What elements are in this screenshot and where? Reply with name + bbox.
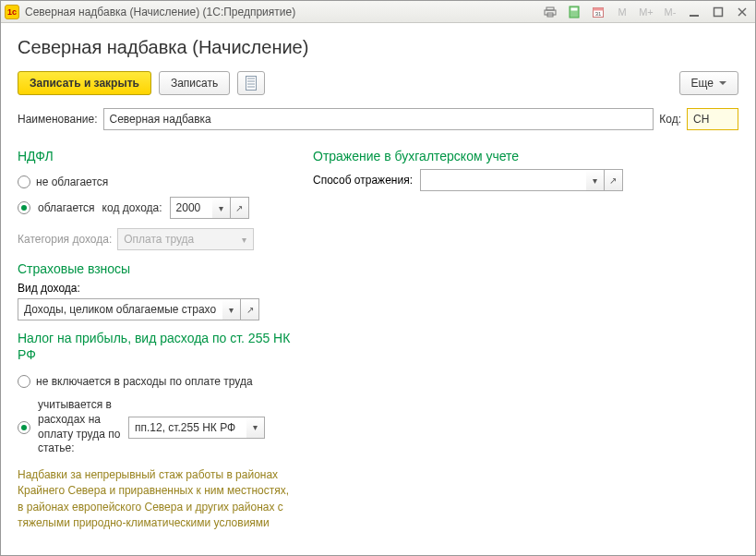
open-ref-icon[interactable]: ↗ xyxy=(231,197,249,219)
income-category-combo: ▾ xyxy=(117,228,254,250)
ndfl-heading: НДФЛ xyxy=(18,149,294,163)
article-combo: ▾ xyxy=(128,417,265,439)
insurance-kind-combo: ▾ ↗ xyxy=(18,298,259,320)
report-button[interactable] xyxy=(237,71,265,95)
profit-not-included-label: не включается в расходы по оплате труда xyxy=(36,375,253,388)
svg-rect-8 xyxy=(690,15,699,17)
app-window: 1c Северная надбавка (Начисление) (1С:Пр… xyxy=(0,0,756,556)
dropdown-icon[interactable]: ▾ xyxy=(222,298,241,320)
titlebar: 1c Северная надбавка (Начисление) (1С:Пр… xyxy=(1,1,755,23)
svg-text:31: 31 xyxy=(595,11,602,17)
save-and-close-button[interactable]: Записать и закрыть xyxy=(18,71,151,95)
radio-icon xyxy=(18,421,30,434)
content-area: Северная надбавка (Начисление) Записать … xyxy=(1,23,755,555)
accounting-method-input[interactable] xyxy=(420,169,586,191)
ndfl-taxed-label: облагается xyxy=(38,201,95,214)
more-button[interactable]: Еще xyxy=(679,71,738,95)
accounting-method-row: Способ отражения: ▾ ↗ xyxy=(313,169,738,191)
page-title: Северная надбавка (Начисление) xyxy=(18,37,738,58)
income-code-label: код дохода: xyxy=(102,201,162,214)
memory-m-icon[interactable]: M xyxy=(613,4,631,20)
code-label: Код: xyxy=(659,113,681,126)
accounting-heading: Отражение в бухгалтерском учете xyxy=(313,149,738,163)
radio-icon xyxy=(18,375,30,388)
window-title: Северная надбавка (Начисление) (1С:Предп… xyxy=(25,6,295,18)
income-category-label: Категория дохода: xyxy=(18,233,112,246)
name-input[interactable] xyxy=(103,108,654,130)
insurance-kind-row: ▾ ↗ xyxy=(18,298,294,320)
insurance-heading: Страховые взносы xyxy=(18,261,294,276)
article-input[interactable] xyxy=(128,417,246,439)
profit-not-included-option[interactable]: не включается в расходы по оплате труда xyxy=(18,369,294,394)
ndfl-not-taxed-option[interactable]: не облагается xyxy=(18,169,294,195)
close-icon[interactable] xyxy=(733,4,751,20)
memory-mminus-icon[interactable]: M- xyxy=(661,4,679,20)
dropdown-icon[interactable]: ▾ xyxy=(246,417,265,439)
dropdown-icon[interactable]: ▾ xyxy=(212,197,231,219)
name-label: Наименование: xyxy=(18,113,98,126)
print-icon[interactable] xyxy=(541,4,559,20)
ndfl-not-taxed-label: не облагается xyxy=(36,175,108,188)
save-button[interactable]: Записать xyxy=(159,71,230,95)
dropdown-icon[interactable]: ▾ xyxy=(586,169,605,191)
income-code-combo: ▾ ↗ xyxy=(170,197,249,219)
app-logo-icon: 1c xyxy=(5,5,19,19)
income-category-row: Категория дохода: ▾ xyxy=(18,226,294,252)
toolbar: Записать и закрыть Записать Еще xyxy=(18,71,738,95)
svg-rect-4 xyxy=(571,7,578,10)
income-code-input[interactable] xyxy=(170,197,212,219)
profit-included-option[interactable]: учитывается в расходах на оплату труда п… xyxy=(18,398,294,455)
dropdown-icon: ▾ xyxy=(235,228,254,250)
maximize-icon[interactable] xyxy=(709,4,727,20)
right-column: Отражение в бухгалтерском учете Способ о… xyxy=(313,143,738,531)
svg-rect-9 xyxy=(714,7,723,16)
open-ref-icon[interactable]: ↗ xyxy=(605,169,623,191)
accounting-method-label: Способ отражения: xyxy=(313,174,413,187)
open-ref-icon[interactable]: ↗ xyxy=(241,298,259,320)
radio-icon xyxy=(18,175,30,188)
calculator-icon[interactable] xyxy=(565,4,583,20)
profit-included-label: учитывается в расходах на оплату труда п… xyxy=(38,398,121,455)
accounting-method-combo: ▾ ↗ xyxy=(420,169,623,191)
profit-tax-heading: Налог на прибыль, вид расхода по ст. 255… xyxy=(18,330,294,363)
description-note: Надбавки за непрерывный стаж работы в ра… xyxy=(18,467,294,532)
ndfl-taxed-option[interactable]: облагается код дохода: ▾ ↗ xyxy=(18,195,294,221)
code-input[interactable] xyxy=(687,108,738,130)
left-column: НДФЛ не облагается облагается код дохода… xyxy=(18,143,294,531)
income-category-input xyxy=(117,228,235,250)
minimize-icon[interactable] xyxy=(685,4,703,20)
insurance-kind-input[interactable] xyxy=(18,298,222,320)
calendar-icon[interactable]: 31 xyxy=(589,4,607,20)
radio-icon xyxy=(18,201,30,214)
memory-mplus-icon[interactable]: M+ xyxy=(637,4,655,20)
insurance-kind-label: Вид дохода: xyxy=(18,282,294,295)
name-code-row: Наименование: Код: xyxy=(18,108,738,130)
